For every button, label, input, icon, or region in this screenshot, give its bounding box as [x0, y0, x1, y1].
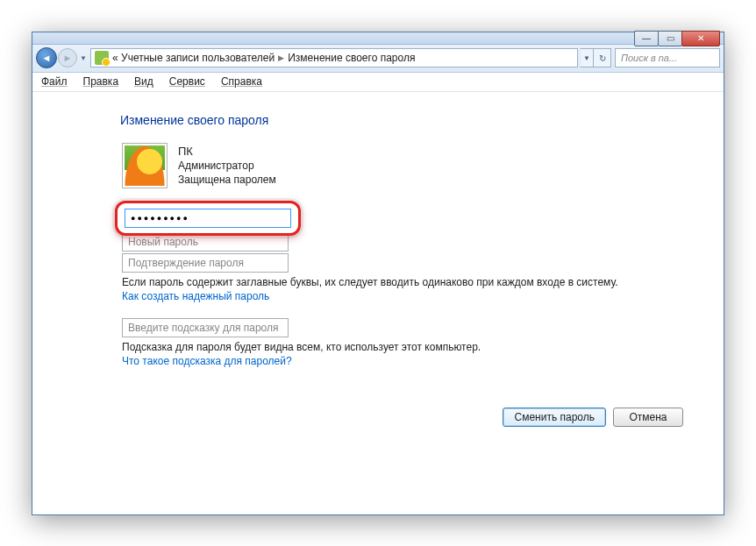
- user-name: ПК: [178, 144, 276, 160]
- menu-tools[interactable]: Сервис: [166, 74, 209, 89]
- caps-note: Если пароль содержит заглавные буквы, их…: [122, 276, 724, 288]
- nav-forward-button[interactable]: ►: [58, 48, 77, 67]
- titlebar: — ▭ ✕: [32, 32, 724, 45]
- nav-back-button[interactable]: ◄: [36, 47, 57, 68]
- avatar: [122, 143, 168, 188]
- menu-help[interactable]: Справка: [218, 74, 266, 89]
- current-password-highlight: ●●●●●●●●●: [115, 201, 301, 236]
- breadcrumb-level-1[interactable]: Учетные записи пользователей: [121, 52, 275, 64]
- current-password-input[interactable]: ●●●●●●●●●: [125, 209, 291, 228]
- avatar-image: [125, 145, 165, 186]
- menu-bar: Файл Правка Вид Сервис Справка: [32, 73, 724, 92]
- user-role: Администратор: [178, 159, 276, 173]
- page-title: Изменение своего пароля: [120, 113, 724, 127]
- content-area: Изменение своего пароля ПК Администратор…: [32, 92, 724, 514]
- navigation-bar: ◄ ► ▼ « Учетные записи пользователей ▶ И…: [32, 45, 724, 73]
- window-minimize-button[interactable]: —: [634, 31, 659, 46]
- window-close-button[interactable]: ✕: [681, 31, 720, 46]
- user-summary: ПК Администратор Защищена паролем: [122, 143, 724, 188]
- menu-file[interactable]: Файл: [38, 74, 71, 89]
- breadcrumb-prefix: «: [112, 52, 118, 64]
- password-hint-input[interactable]: Введите подсказку для пароля: [122, 318, 289, 337]
- window-maximize-button[interactable]: ▭: [658, 31, 682, 46]
- cancel-button[interactable]: Отмена: [613, 408, 683, 427]
- address-bar[interactable]: « Учетные записи пользователей ▶ Изменен…: [90, 48, 578, 67]
- refresh-button[interactable]: ↻: [594, 48, 611, 67]
- menu-edit[interactable]: Правка: [80, 74, 123, 89]
- search-input[interactable]: Поиск в па...: [615, 48, 720, 67]
- address-dropdown[interactable]: ▼: [580, 48, 594, 67]
- change-password-button[interactable]: Сменить пароль: [503, 408, 606, 427]
- password-hint-help-link[interactable]: Что такое подсказка для паролей?: [122, 355, 292, 367]
- hint-visibility-note: Подсказка для пароля будет видна всем, к…: [122, 341, 724, 353]
- user-status: Защищена паролем: [178, 173, 276, 187]
- breadcrumb-level-2[interactable]: Изменение своего пароля: [288, 52, 415, 64]
- nav-history-dropdown[interactable]: ▼: [78, 54, 89, 62]
- menu-view[interactable]: Вид: [131, 74, 157, 89]
- user-accounts-icon: [95, 51, 109, 65]
- breadcrumb-separator: ▶: [275, 53, 288, 62]
- window: — ▭ ✕ ◄ ► ▼ « Учетные записи пользовател…: [32, 32, 724, 515]
- confirm-password-input[interactable]: Подтверждение пароля: [122, 253, 289, 273]
- strong-password-help-link[interactable]: Как создать надежный пароль: [122, 290, 269, 302]
